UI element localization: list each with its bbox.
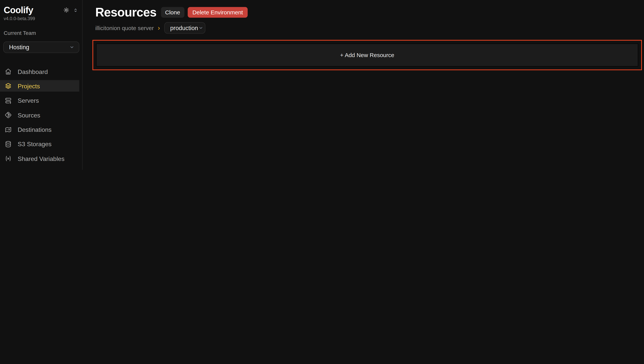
home-icon [4,68,12,75]
git-icon [4,111,12,119]
variable-icon [4,155,12,162]
current-team-label: Current Team [4,30,78,36]
map-icon [4,126,12,133]
sidebar-item-sources[interactable]: Sources [0,110,82,121]
delete-environment-button[interactable]: Delete Environment [188,7,248,18]
main-content: Resources Clone Delete Environment illic… [82,0,644,170]
chevron-right-icon [157,26,161,30]
clone-button[interactable]: Clone [161,7,184,18]
sidebar-nav: Dashboard Projects [0,66,82,170]
sidebar-item-label: Servers [18,97,39,104]
sidebar-item-label: Projects [18,82,40,90]
sidebar-item-destinations[interactable]: Destinations [0,124,82,136]
environment-select-value: production [170,25,198,31]
sidebar-item-projects[interactable]: Projects [0,80,79,92]
chevrons-up-down-icon[interactable] [73,7,78,13]
breadcrumb-project-link[interactable]: illicitonion quote server [95,25,154,31]
sidebar-item-label: Sources [18,112,40,118]
app-logo[interactable]: Coolify [4,5,33,15]
server-bolt-icon [4,97,12,104]
environment-select[interactable]: production [164,22,206,34]
page-title: Resources [95,6,156,18]
sidebar-item-shared-variables[interactable]: Shared Variables [0,153,82,164]
bell-icon [4,170,12,170]
chevron-down-icon [69,44,75,50]
sidebar-item-label: Dashboard [18,68,48,75]
resource-dropzone-highlight: + Add New Resource [92,40,642,70]
add-new-resource-button[interactable]: + Add New Resource [96,44,638,66]
sidebar-item-servers[interactable]: Servers [0,95,82,106]
coolify-app: Coolify v4.0.0-beta.399 Current Team Hos… [0,0,644,170]
team-select[interactable]: Hosting [3,42,79,53]
chevron-down-icon [198,25,204,31]
sun-theme-icon[interactable] [63,7,69,13]
sidebar-item-label: Destinations [18,126,52,133]
sidebar-item-label: S3 Storages [18,140,52,148]
team-select-value: Hosting [9,44,29,50]
sidebar-item-label: Shared Variables [18,155,64,162]
app-version: v4.0.0-beta.399 [4,16,78,21]
page-header: Resources Clone Delete Environment [95,6,644,18]
logo-row: Coolify [4,5,78,15]
sidebar: Coolify v4.0.0-beta.399 Current Team Hos… [0,0,82,170]
sidebar-item-notifications[interactable]: Notifications [0,168,82,170]
breadcrumb: illicitonion quote server production [95,22,644,34]
sidebar-item-dashboard[interactable]: Dashboard [0,66,82,77]
sidebar-item-s3-storages[interactable]: S3 Storages [0,138,82,150]
layers-icon [4,82,12,90]
database-icon [4,140,12,148]
